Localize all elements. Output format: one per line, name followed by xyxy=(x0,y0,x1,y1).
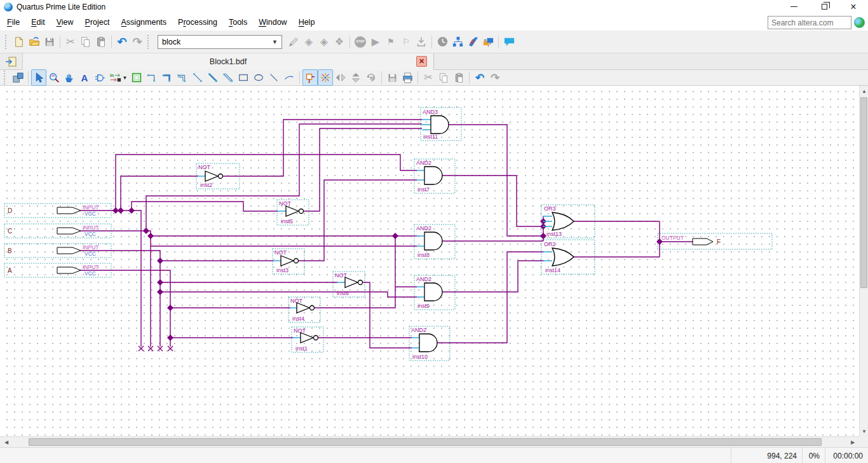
menu-edit[interactable]: Edit xyxy=(25,15,51,29)
output-pin-f[interactable]: OUTPUT F xyxy=(661,235,721,245)
input-pin-symbol[interactable] xyxy=(57,267,81,273)
not-gate-symbol[interactable] xyxy=(297,303,309,313)
gate-and2-inst8[interactable]: AND2 inst8 xyxy=(416,225,442,258)
gate-and2-inst9[interactable]: AND2 inst9 xyxy=(416,276,442,309)
rectangle-tool-button[interactable] xyxy=(236,69,251,86)
vertical-scroll-thumb[interactable] xyxy=(860,97,867,288)
menu-file[interactable]: File xyxy=(1,15,25,29)
wires[interactable] xyxy=(81,120,693,348)
cut-button[interactable]: ✂ xyxy=(63,34,78,50)
gate-not-inst6[interactable]: NOT inst6 xyxy=(335,272,363,296)
netlist-viewer-button[interactable] xyxy=(450,34,465,50)
attach-window-button[interactable] xyxy=(10,69,25,86)
chat-button[interactable] xyxy=(501,34,517,50)
tab-close-button[interactable]: ✕ xyxy=(416,56,427,67)
horizontal-scrollbar[interactable]: ◀ ▶ xyxy=(0,436,859,447)
not-gate-symbol[interactable] xyxy=(281,256,294,266)
gate-not-inst3[interactable]: NOT inst3 xyxy=(275,249,299,273)
and-gate-symbol[interactable] xyxy=(419,334,437,352)
redo-button[interactable]: ↷ xyxy=(487,69,503,86)
horizontal-scroll-thumb[interactable] xyxy=(29,438,822,446)
split-window-button[interactable] xyxy=(0,53,23,70)
input-pin-d[interactable]: D INPUT VCC xyxy=(8,204,99,217)
menu-assignments[interactable]: Assignments xyxy=(116,15,173,29)
scroll-left-arrow[interactable]: ◀ xyxy=(1,437,11,447)
gate-and2-inst10[interactable]: AND2 inst10 xyxy=(411,327,437,360)
start-compilation-button[interactable]: ▶ xyxy=(368,34,383,50)
input-pin-symbol[interactable] xyxy=(57,247,81,254)
minimize-button[interactable] xyxy=(783,0,804,13)
restore-button[interactable] xyxy=(813,0,835,13)
menu-window[interactable]: Window xyxy=(253,15,292,29)
print-button[interactable] xyxy=(400,69,415,86)
save-button[interactable] xyxy=(384,69,400,86)
scroll-up-arrow[interactable]: ▲ xyxy=(860,86,868,96)
or-gate-symbol[interactable] xyxy=(552,212,574,230)
new-file-button[interactable] xyxy=(11,34,27,50)
gate-not-inst5[interactable]: NOT inst5 xyxy=(279,200,304,225)
assignment-editor-button[interactable] xyxy=(465,34,480,50)
and-gate-symbol[interactable] xyxy=(424,283,442,301)
output-pin-symbol[interactable] xyxy=(693,238,713,245)
stop-button[interactable]: STOP xyxy=(353,34,368,50)
orthogonal-node-tool-button[interactable] xyxy=(144,69,159,86)
hand-tool-button[interactable] xyxy=(62,69,77,86)
paste-button[interactable] xyxy=(93,34,109,50)
selection-tool-button[interactable] xyxy=(31,69,46,86)
menu-help[interactable]: Help xyxy=(293,15,321,29)
block-tool-button[interactable] xyxy=(129,69,144,86)
fitter-button[interactable]: ❖ xyxy=(332,34,347,50)
rubberbanding-button[interactable] xyxy=(302,69,318,86)
flip-vertical-button[interactable] xyxy=(348,69,363,86)
menu-view[interactable]: View xyxy=(51,15,79,29)
and-gate-symbol[interactable] xyxy=(431,116,449,134)
export-device-button[interactable] xyxy=(414,34,429,50)
globe-icon[interactable] xyxy=(854,17,865,28)
gate-or2-inst14[interactable]: OR2 inst14 xyxy=(544,241,574,273)
tab-block1-bdf[interactable]: Block1.bdf ✕ xyxy=(23,53,434,70)
input-pin-b[interactable]: B INPUT VCC xyxy=(8,244,99,257)
timing-analyzer-button[interactable] xyxy=(435,34,450,50)
gate-not-inst1[interactable]: NOT inst1 xyxy=(294,328,318,352)
menu-processing[interactable]: Processing xyxy=(172,15,223,29)
line-tool-button[interactable] xyxy=(266,69,281,86)
save-button[interactable] xyxy=(42,34,57,50)
or-gate-symbol[interactable] xyxy=(552,248,574,266)
not-gate-symbol[interactable] xyxy=(205,171,218,181)
start-analysis-button[interactable]: ⚑ xyxy=(383,34,398,50)
copy-button[interactable] xyxy=(436,69,451,86)
flip-horizontal-button[interactable] xyxy=(333,69,348,86)
undo-button[interactable]: ↶ xyxy=(114,34,130,50)
pin-tool-button[interactable]: in ▼ xyxy=(107,69,129,86)
analysis-synthesis-button[interactable]: ◈ xyxy=(316,34,332,50)
diagonal-conduit-tool-button[interactable] xyxy=(220,69,236,86)
text-tool-button[interactable]: A xyxy=(77,69,92,86)
and-gate-symbol[interactable] xyxy=(424,167,442,184)
rotate-left-button[interactable] xyxy=(363,69,379,86)
toolbar-grip[interactable] xyxy=(4,71,8,85)
zoom-tool-button[interactable] xyxy=(46,69,62,86)
vertical-scrollbar[interactable]: ▲ ▼ xyxy=(859,86,868,436)
programmer-button[interactable] xyxy=(480,34,496,50)
paste-button[interactable] xyxy=(451,69,466,86)
search-input[interactable] xyxy=(768,16,851,29)
entity-combo-box[interactable]: block ▼ xyxy=(158,35,282,49)
input-pin-c[interactable]: C INPUT VCC xyxy=(8,225,99,237)
redo-button[interactable]: ↷ xyxy=(130,34,145,50)
cut-button[interactable]: ✂ xyxy=(421,69,436,86)
not-gate-symbol[interactable] xyxy=(286,206,299,216)
schematic-canvas[interactable]: D INPUT VCC C INPUT VCC B INPUT VCC A IN… xyxy=(0,86,859,436)
gate-and2-inst7[interactable]: AND2 inst7 xyxy=(416,160,442,193)
copy-button[interactable] xyxy=(78,34,93,50)
scroll-down-arrow[interactable]: ▼ xyxy=(860,426,868,436)
not-gate-symbol[interactable] xyxy=(345,277,358,287)
arc-tool-button[interactable] xyxy=(281,69,297,86)
undo-button[interactable]: ↶ xyxy=(472,69,487,86)
and-gate-symbol[interactable] xyxy=(424,232,442,250)
compile-design-button[interactable]: ◈ xyxy=(301,34,316,50)
input-pin-symbol[interactable] xyxy=(57,207,81,214)
start-timing-button[interactable]: ⚐ xyxy=(398,34,414,50)
close-button[interactable]: × xyxy=(843,0,864,13)
menu-project[interactable]: Project xyxy=(79,15,116,29)
input-pin-symbol[interactable] xyxy=(57,228,81,234)
